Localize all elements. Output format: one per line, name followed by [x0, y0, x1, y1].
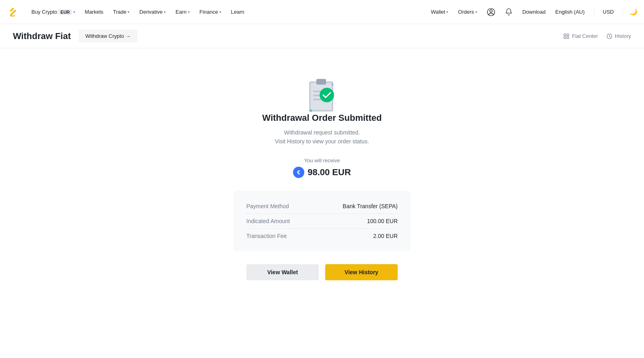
navbar: Buy Crypto EUR ▾ Markets Trade ▾ Derivat…: [0, 0, 644, 24]
svg-rect-5: [564, 37, 566, 39]
transaction-fee-row: Transaction Fee 2.00 EUR: [246, 229, 398, 243]
nav-learn[interactable]: Learn: [227, 7, 248, 17]
navbar-right: Wallet ▾ Orders ▾ Download English (AU): [428, 6, 638, 19]
withdraw-crypto-button[interactable]: Withdraw Crypto →: [79, 30, 137, 42]
nav-currency[interactable]: USD: [601, 7, 616, 17]
payment-method-row: Payment Method Bank Transfer (SEPA): [246, 199, 398, 214]
main-content: Withdrawal Order Submitted Withdrawal re…: [0, 48, 644, 358]
trade-chevron-icon: ▾: [128, 10, 130, 14]
finance-chevron-icon: ▾: [219, 10, 221, 14]
wallet-chevron-icon: ▾: [446, 10, 448, 14]
svg-rect-6: [567, 37, 569, 39]
logo[interactable]: [6, 6, 19, 19]
svg-rect-10: [316, 79, 326, 85]
subheader-left: Withdraw Fiat Withdraw Crypto →: [13, 30, 137, 42]
nav-wallet[interactable]: Wallet ▾: [428, 7, 451, 17]
nav-links: Buy Crypto EUR ▾ Markets Trade ▾ Derivat…: [27, 7, 428, 17]
nav-trade[interactable]: Trade ▾: [109, 7, 134, 17]
derivatives-chevron-icon: ▾: [164, 10, 166, 14]
nav-earn[interactable]: Earn ▾: [171, 7, 194, 17]
binance-logo-icon: [6, 6, 19, 19]
nav-orders[interactable]: Orders ▾: [456, 7, 480, 17]
indicated-amount-value: 100.00 EUR: [367, 218, 398, 224]
nav-buy-crypto[interactable]: Buy Crypto EUR ▾: [27, 7, 79, 17]
subheader-right: Fiat Center History: [563, 33, 631, 39]
earn-chevron-icon: ▾: [188, 10, 190, 14]
grid-icon: [563, 33, 570, 39]
nav-locale[interactable]: English (AU): [553, 7, 587, 17]
svg-point-2: [490, 10, 492, 12]
subheader: Withdraw Fiat Withdraw Crypto → Fiat Cen…: [0, 24, 644, 48]
view-wallet-button[interactable]: View Wallet: [246, 264, 319, 280]
svg-rect-4: [567, 34, 569, 36]
action-buttons: View Wallet View History: [246, 264, 398, 280]
svg-point-14: [320, 88, 334, 102]
account-icon[interactable]: [485, 6, 497, 19]
eur-badge: EUR: [58, 9, 72, 15]
success-illustration: [302, 72, 342, 113]
nav-divider: [594, 8, 594, 16]
page-title: Withdraw Fiat: [13, 31, 71, 41]
nav-finance[interactable]: Finance ▾: [196, 7, 225, 17]
indicated-amount-label: Indicated Amount: [246, 218, 290, 224]
transaction-fee-value: 2.00 EUR: [373, 233, 398, 239]
view-history-button[interactable]: View History: [325, 264, 398, 280]
nav-download[interactable]: Download: [520, 7, 548, 17]
transaction-fee-label: Transaction Fee: [246, 233, 287, 239]
fiat-center-link[interactable]: Fiat Center: [563, 33, 598, 39]
amount-value: 98.00 EUR: [308, 167, 351, 178]
notifications-icon[interactable]: [502, 6, 515, 19]
payment-method-label: Payment Method: [246, 203, 289, 209]
svg-point-15: [310, 110, 312, 112]
clipboard-svg: [302, 72, 342, 117]
nav-divider2: [623, 8, 623, 16]
receive-label: You will receive: [304, 157, 340, 163]
receive-amount: € 98.00 EUR: [293, 167, 351, 178]
success-subtitle: Withdrawal request submitted. Visit Hist…: [275, 128, 369, 146]
dark-mode-toggle[interactable]: 🌙: [630, 8, 638, 16]
details-table: Payment Method Bank Transfer (SEPA) Indi…: [233, 191, 411, 251]
clock-icon: [606, 33, 613, 39]
bell-icon: [505, 8, 513, 16]
orders-chevron-icon: ▾: [475, 10, 477, 14]
buy-crypto-chevron-icon: ▾: [73, 10, 75, 14]
nav-markets[interactable]: Markets: [81, 7, 107, 17]
user-circle-icon: [487, 8, 495, 17]
eur-currency-icon: €: [293, 167, 304, 178]
indicated-amount-row: Indicated Amount 100.00 EUR: [246, 214, 398, 229]
svg-point-16: [332, 84, 333, 85]
svg-rect-3: [564, 34, 566, 36]
payment-method-value: Bank Transfer (SEPA): [343, 203, 398, 209]
nav-derivatives[interactable]: Derivative ▾: [135, 7, 170, 17]
history-link[interactable]: History: [606, 33, 631, 39]
